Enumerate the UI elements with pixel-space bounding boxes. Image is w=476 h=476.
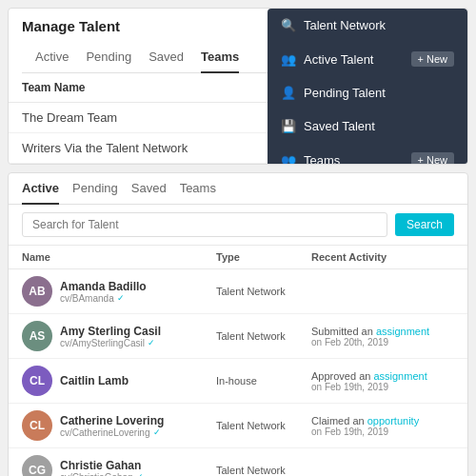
dropdown-label: Pending Talent bbox=[304, 86, 386, 100]
talent-row[interactable]: CL Catherine Lovering cv/CatherineLoveri… bbox=[9, 404, 467, 448]
avatar: CL bbox=[22, 366, 52, 396]
bottom-tabs: Active Pending Saved Teams bbox=[9, 173, 467, 205]
talent-name-col: CL Caitlin Lamb bbox=[22, 366, 216, 396]
col-name: Name bbox=[22, 251, 216, 263]
talent-info: Caitlin Lamb bbox=[60, 374, 129, 387]
users-icon: 👥 bbox=[281, 52, 296, 67]
avatar: AB bbox=[22, 276, 52, 307]
search-bar: Search bbox=[9, 205, 467, 246]
search-button[interactable]: Search bbox=[395, 213, 454, 236]
verified-icon: ✓ bbox=[117, 293, 125, 303]
new-teams-button[interactable]: + New bbox=[411, 152, 455, 165]
talent-table-header: Name Type Recent Activity bbox=[9, 246, 467, 269]
talent-name: Amanda Badillo bbox=[60, 280, 147, 293]
dropdown-pending-talent[interactable]: 👤 Pending Talent bbox=[268, 76, 467, 109]
verified-icon: ✓ bbox=[148, 338, 155, 347]
talent-row[interactable]: CG Christie Gahan cv/ChristieGahan ✓ Tal… bbox=[9, 448, 467, 476]
dropdown-teams[interactable]: 👥 Teams + New bbox=[268, 143, 467, 165]
talent-name: Amy Sterling Casil bbox=[60, 325, 161, 338]
talent-row[interactable]: AB Amanda Badillo cv/BAmanda ✓ Talent Ne… bbox=[9, 269, 467, 314]
talent-handle: cv/BAmanda ✓ bbox=[60, 293, 147, 304]
teams-icon: 👥 bbox=[281, 153, 296, 166]
dropdown-label: Saved Talent bbox=[304, 119, 375, 133]
new-active-button[interactable]: + New bbox=[411, 51, 455, 67]
talent-name-col: CG Christie Gahan cv/ChristieGahan ✓ bbox=[22, 455, 216, 476]
talent-activity: Claimed an opportunityon Feb 19th, 2019 bbox=[311, 415, 454, 437]
tab-active-top[interactable]: Active bbox=[35, 42, 69, 73]
avatar: CG bbox=[22, 455, 52, 476]
talent-info: Amanda Badillo cv/BAmanda ✓ bbox=[60, 280, 147, 304]
search-input[interactable] bbox=[22, 212, 387, 237]
talent-name: Christie Gahan bbox=[60, 459, 144, 472]
talent-type: Talent Network bbox=[216, 330, 311, 342]
talent-row[interactable]: AS Amy Sterling Casil cv/AmySterlingCasi… bbox=[9, 314, 467, 359]
search-icon: 🔍 bbox=[281, 18, 296, 32]
talent-activity: Submitted an assignmenton Feb 20th, 2019 bbox=[311, 326, 454, 347]
dropdown-label: Active Talent bbox=[304, 52, 373, 67]
dropdown-active-talent[interactable]: 👥 Active Talent + New bbox=[268, 42, 467, 76]
tab-teams-bottom[interactable]: Teams bbox=[180, 173, 216, 205]
talent-handle: cv/ChristieGahan ✓ bbox=[60, 472, 144, 477]
bottom-panel: Active Pending Saved Teams Search Name T… bbox=[8, 172, 468, 476]
talent-handle: cv/AmySterlingCasil ✓ bbox=[60, 338, 161, 348]
tab-saved-top[interactable]: Saved bbox=[149, 42, 184, 73]
tab-pending-bottom[interactable]: Pending bbox=[72, 173, 118, 205]
tab-teams-top[interactable]: Teams bbox=[201, 42, 239, 73]
talent-name: Caitlin Lamb bbox=[60, 374, 129, 387]
tab-pending-top[interactable]: Pending bbox=[86, 42, 131, 73]
dropdown-label: Teams bbox=[304, 153, 340, 166]
col-activity: Recent Activity bbox=[311, 251, 454, 263]
talent-type: Talent Network bbox=[216, 420, 311, 431]
talent-name-col: CL Catherine Lovering cv/CatherineLoveri… bbox=[22, 410, 216, 441]
dropdown-menu: 🔍 Talent Network 👥 Active Talent + New 👤… bbox=[268, 9, 467, 165]
users-pending-icon: 👤 bbox=[281, 86, 296, 100]
dropdown-talent-network[interactable]: 🔍 Talent Network bbox=[268, 9, 467, 42]
talent-info: Catherine Lovering cv/CatherineLovering … bbox=[60, 414, 164, 438]
talent-row[interactable]: CL Caitlin Lamb In-house Approved an ass… bbox=[9, 359, 467, 404]
talent-name-col: AS Amy Sterling Casil cv/AmySterlingCasi… bbox=[22, 321, 216, 351]
talent-handle: cv/CatherineLovering ✓ bbox=[60, 427, 164, 438]
dropdown-saved-talent[interactable]: 💾 Saved Talent bbox=[268, 109, 467, 143]
talent-name-col: AB Amanda Badillo cv/BAmanda ✓ bbox=[22, 276, 216, 307]
talent-name: Catherine Lovering bbox=[60, 414, 164, 427]
talent-activity: Approved an assignmenton Feb 19th, 2019 bbox=[311, 370, 454, 392]
talent-info: Amy Sterling Casil cv/AmySterlingCasil ✓ bbox=[60, 325, 161, 348]
tab-saved-bottom[interactable]: Saved bbox=[131, 173, 167, 205]
verified-icon: ✓ bbox=[153, 427, 161, 437]
talent-type: Talent Network bbox=[216, 286, 311, 297]
users-saved-icon: 💾 bbox=[281, 119, 296, 133]
talent-list: AB Amanda Badillo cv/BAmanda ✓ Talent Ne… bbox=[9, 269, 467, 476]
dropdown-label: Talent Network bbox=[304, 18, 386, 32]
talent-type: Talent Network bbox=[216, 465, 311, 476]
talent-type: In-house bbox=[216, 375, 311, 387]
tab-active-bottom[interactable]: Active bbox=[22, 173, 59, 205]
avatar: CL bbox=[22, 410, 52, 441]
top-panel: Manage Talent Active Pending Saved Teams… bbox=[8, 8, 468, 165]
talent-info: Christie Gahan cv/ChristieGahan ✓ bbox=[60, 459, 144, 477]
col-type: Type bbox=[216, 251, 311, 263]
avatar: AS bbox=[22, 321, 52, 351]
verified-icon: ✓ bbox=[136, 472, 144, 476]
